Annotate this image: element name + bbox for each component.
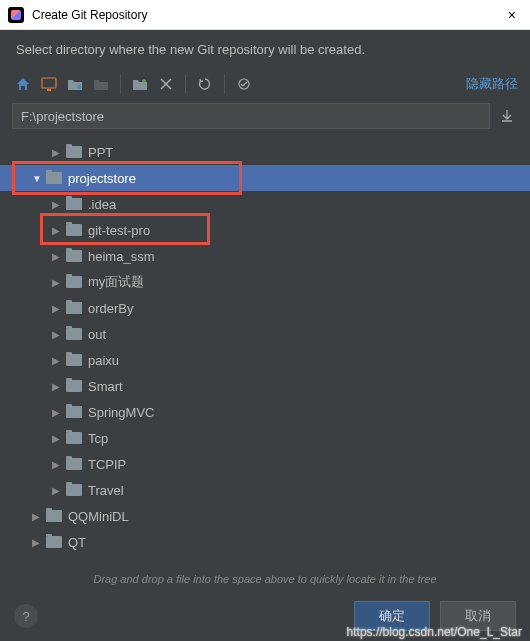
- chevron-right-icon[interactable]: ▶: [52, 329, 64, 340]
- folder-icon: [66, 406, 82, 418]
- folder-icon: [66, 198, 82, 210]
- folder-icon: [66, 328, 82, 340]
- chevron-right-icon[interactable]: ▶: [52, 199, 64, 210]
- app-logo-icon: [8, 7, 24, 23]
- new-folder-icon[interactable]: [129, 73, 151, 95]
- module-folder-icon[interactable]: [90, 73, 112, 95]
- folder-icon: [66, 380, 82, 392]
- folder-icon: [46, 172, 62, 184]
- tree-row[interactable]: ▼projectstore: [0, 165, 530, 191]
- chevron-right-icon[interactable]: ▶: [52, 459, 64, 470]
- svg-point-2: [77, 85, 81, 89]
- separator: [224, 75, 225, 93]
- tree-item-label: git-test-pro: [88, 223, 150, 238]
- folder-icon: [66, 302, 82, 314]
- tree-row[interactable]: ▶TCPIP: [0, 451, 530, 477]
- toolbar: 隐藏路径: [0, 69, 530, 99]
- tree-row[interactable]: ▶orderBy: [0, 295, 530, 321]
- chevron-right-icon[interactable]: ▶: [52, 433, 64, 444]
- close-button[interactable]: ×: [502, 5, 522, 25]
- chevron-right-icon[interactable]: ▶: [52, 277, 64, 288]
- chevron-right-icon[interactable]: ▶: [52, 355, 64, 366]
- separator: [120, 75, 121, 93]
- chevron-right-icon[interactable]: ▶: [52, 407, 64, 418]
- show-hidden-icon[interactable]: [233, 73, 255, 95]
- tree-item-label: .idea: [88, 197, 116, 212]
- folder-icon: [66, 250, 82, 262]
- tree-row[interactable]: ▶heima_ssm: [0, 243, 530, 269]
- help-button[interactable]: ?: [14, 604, 38, 628]
- download-icon[interactable]: [496, 105, 518, 127]
- folder-icon: [46, 536, 62, 548]
- tree-item-label: PPT: [88, 145, 113, 160]
- instruction-text: Select directory where the new Git repos…: [0, 30, 530, 69]
- chevron-down-icon[interactable]: ▼: [32, 173, 44, 184]
- directory-tree[interactable]: ▶PPT▼projectstore▶.idea▶git-test-pro▶hei…: [0, 137, 530, 567]
- tree-row[interactable]: ▶my面试题: [0, 269, 530, 295]
- chevron-right-icon[interactable]: ▶: [52, 485, 64, 496]
- folder-icon: [46, 510, 62, 522]
- tree-item-label: heima_ssm: [88, 249, 154, 264]
- tree-row[interactable]: ▶.idea: [0, 191, 530, 217]
- chevron-right-icon[interactable]: ▶: [32, 511, 44, 522]
- separator: [185, 75, 186, 93]
- path-input[interactable]: [12, 103, 490, 129]
- svg-rect-1: [47, 89, 51, 91]
- folder-icon: [66, 432, 82, 444]
- drag-hint: Drag and drop a file into the space abov…: [0, 567, 530, 591]
- svg-rect-0: [42, 78, 56, 88]
- tree-row[interactable]: ▶Travel: [0, 477, 530, 503]
- svg-point-3: [239, 79, 249, 89]
- hide-path-link[interactable]: 隐藏路径: [466, 75, 518, 93]
- chevron-right-icon[interactable]: ▶: [52, 225, 64, 236]
- tree-row[interactable]: ▶paixu: [0, 347, 530, 373]
- tree-row[interactable]: ▶out: [0, 321, 530, 347]
- folder-icon: [66, 146, 82, 158]
- tree-item-label: paixu: [88, 353, 119, 368]
- window-title: Create Git Repository: [32, 8, 502, 22]
- tree-row[interactable]: ▶Tcp: [0, 425, 530, 451]
- tree-item-label: out: [88, 327, 106, 342]
- tree-item-label: Tcp: [88, 431, 108, 446]
- titlebar: Create Git Repository ×: [0, 0, 530, 30]
- tree-row[interactable]: ▶QQMiniDL: [0, 503, 530, 529]
- chevron-right-icon[interactable]: ▶: [52, 147, 64, 158]
- tree-row[interactable]: ▶QT: [0, 529, 530, 555]
- tree-item-label: my面试题: [88, 273, 144, 291]
- chevron-right-icon[interactable]: ▶: [32, 537, 44, 548]
- tree-item-label: Travel: [88, 483, 124, 498]
- tree-item-label: QQMiniDL: [68, 509, 129, 524]
- folder-icon: [66, 458, 82, 470]
- chevron-right-icon[interactable]: ▶: [52, 303, 64, 314]
- project-folder-icon[interactable]: [64, 73, 86, 95]
- folder-icon: [66, 484, 82, 496]
- tree-row[interactable]: ▶Smart: [0, 373, 530, 399]
- folder-icon: [66, 354, 82, 366]
- tree-row[interactable]: ▶PPT: [0, 139, 530, 165]
- home-icon[interactable]: [12, 73, 34, 95]
- folder-icon: [66, 224, 82, 236]
- chevron-right-icon[interactable]: ▶: [52, 251, 64, 262]
- tree-item-label: orderBy: [88, 301, 134, 316]
- path-row: [0, 99, 530, 137]
- tree-item-label: projectstore: [68, 171, 136, 186]
- tree-item-label: Smart: [88, 379, 123, 394]
- chevron-right-icon[interactable]: ▶: [52, 381, 64, 392]
- tree-item-label: QT: [68, 535, 86, 550]
- tree-item-label: SpringMVC: [88, 405, 154, 420]
- refresh-icon[interactable]: [194, 73, 216, 95]
- delete-icon[interactable]: [155, 73, 177, 95]
- tree-row[interactable]: ▶git-test-pro: [0, 217, 530, 243]
- folder-icon: [66, 276, 82, 288]
- watermark: https://blog.csdn.net/One_L_Star: [347, 625, 522, 639]
- desktop-icon[interactable]: [38, 73, 60, 95]
- tree-row[interactable]: ▶SpringMVC: [0, 399, 530, 425]
- tree-item-label: TCPIP: [88, 457, 126, 472]
